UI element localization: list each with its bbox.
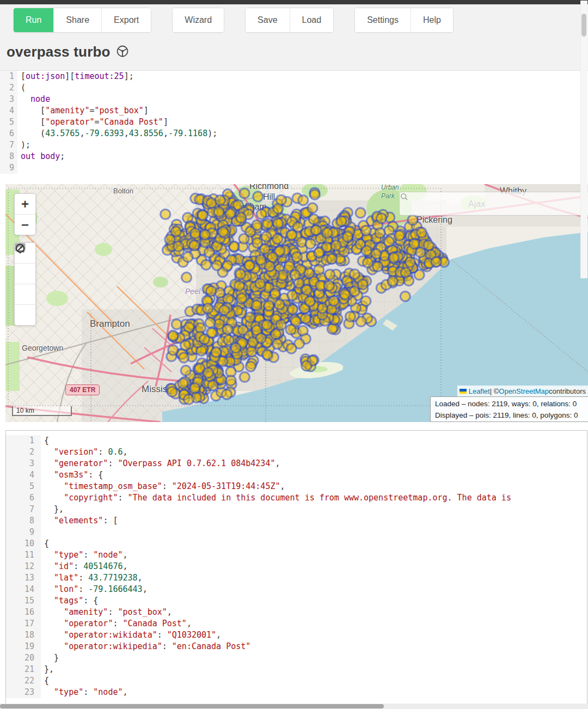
map[interactable]: BoltonRichmond HillMarkhamWhitbyAjaxPick… xyxy=(5,184,588,422)
poi-marker[interactable] xyxy=(274,300,284,309)
poi-marker[interactable] xyxy=(219,305,229,315)
poi-marker[interactable] xyxy=(233,200,243,210)
poi-marker[interactable] xyxy=(208,381,218,390)
poi-marker[interactable] xyxy=(272,339,282,349)
poi-marker[interactable] xyxy=(362,246,371,255)
poi-marker[interactable] xyxy=(245,313,255,322)
poi-marker[interactable] xyxy=(184,395,194,405)
poi-marker[interactable] xyxy=(181,340,191,350)
query-editor[interactable]: 1[out:json][timeout:25];2(3 node4 ["amen… xyxy=(0,71,588,181)
poi-marker[interactable] xyxy=(174,241,183,251)
poi-marker[interactable] xyxy=(203,368,213,378)
poi-marker[interactable] xyxy=(198,210,207,220)
poi-marker[interactable] xyxy=(286,325,296,334)
poi-marker[interactable] xyxy=(305,297,315,307)
map-search-input[interactable] xyxy=(399,192,588,216)
poi-marker[interactable] xyxy=(286,344,296,353)
poi-marker[interactable] xyxy=(263,219,273,229)
poi-marker[interactable] xyxy=(262,350,272,359)
poi-marker[interactable] xyxy=(261,231,271,241)
poi-marker[interactable] xyxy=(309,215,318,224)
poi-marker[interactable] xyxy=(400,291,410,301)
poi-marker[interactable] xyxy=(211,347,221,357)
poi-marker[interactable] xyxy=(218,227,228,237)
zoom-out-button[interactable]: − xyxy=(15,215,35,235)
clear-results-button[interactable] xyxy=(15,305,35,325)
poi-marker[interactable] xyxy=(256,209,266,219)
poi-marker[interactable] xyxy=(302,361,311,371)
poi-marker[interactable] xyxy=(415,247,425,257)
poi-marker[interactable] xyxy=(388,276,397,286)
poi-marker[interactable] xyxy=(375,228,385,238)
poi-marker[interactable] xyxy=(424,241,433,250)
poi-marker[interactable] xyxy=(395,231,405,241)
poi-marker[interactable] xyxy=(201,260,211,270)
load-button[interactable]: Load xyxy=(290,8,334,32)
poi-marker[interactable] xyxy=(276,195,286,205)
poi-marker[interactable] xyxy=(212,260,222,270)
poi-marker[interactable] xyxy=(377,213,387,223)
poi-marker[interactable] xyxy=(308,203,317,213)
poi-marker[interactable] xyxy=(231,343,241,353)
poi-marker[interactable] xyxy=(270,289,280,298)
poi-marker[interactable] xyxy=(302,285,312,295)
output-panel[interactable]: 1{2 "version": 0.6,3 "generator": "Overp… xyxy=(5,430,587,709)
poi-marker[interactable] xyxy=(190,383,200,393)
horizontal-scrollbar-thumb[interactable] xyxy=(0,704,384,708)
poi-marker[interactable] xyxy=(171,320,181,329)
poi-marker[interactable] xyxy=(363,258,373,267)
poi-marker[interactable] xyxy=(255,279,265,289)
poi-marker[interactable] xyxy=(168,331,178,340)
poi-marker[interactable] xyxy=(371,249,381,259)
poi-marker[interactable] xyxy=(314,248,324,258)
poi-marker[interactable] xyxy=(340,290,350,300)
poi-marker[interactable] xyxy=(322,228,332,238)
poi-marker[interactable] xyxy=(373,262,383,272)
save-button[interactable]: Save xyxy=(246,8,290,32)
output-scrollbar-thumb[interactable] xyxy=(581,14,586,36)
help-button[interactable]: Help xyxy=(411,8,453,32)
poi-marker[interactable] xyxy=(253,192,263,201)
poi-marker[interactable] xyxy=(199,334,209,344)
poi-marker[interactable] xyxy=(301,314,311,323)
poi-marker[interactable] xyxy=(179,353,189,363)
poi-marker[interactable] xyxy=(225,209,235,218)
run-button[interactable]: Run xyxy=(14,8,54,32)
poi-marker[interactable] xyxy=(342,232,352,242)
poi-marker[interactable] xyxy=(350,270,359,279)
poi-marker[interactable] xyxy=(246,362,256,371)
zoom-in-button[interactable]: + xyxy=(15,194,35,215)
poi-marker[interactable] xyxy=(431,257,441,267)
poi-marker[interactable] xyxy=(405,257,415,267)
poi-marker[interactable] xyxy=(288,305,298,315)
poi-marker[interactable] xyxy=(317,303,327,313)
poi-marker[interactable] xyxy=(276,320,286,330)
wizard-button[interactable]: Wizard xyxy=(173,8,224,32)
poi-marker[interactable] xyxy=(206,286,216,296)
poi-marker[interactable] xyxy=(384,237,394,247)
poi-marker[interactable] xyxy=(361,225,371,235)
share-button[interactable]: Share xyxy=(54,8,102,32)
poi-marker[interactable] xyxy=(200,230,210,240)
poi-marker[interactable] xyxy=(247,347,256,357)
poi-marker[interactable] xyxy=(264,301,274,310)
poi-marker[interactable] xyxy=(346,311,356,321)
poi-marker[interactable] xyxy=(181,365,191,375)
export-image-button[interactable] xyxy=(15,284,35,305)
leaflet-link[interactable]: Leaflet xyxy=(469,387,490,395)
poi-marker[interactable] xyxy=(287,290,297,300)
poi-marker[interactable] xyxy=(329,296,339,306)
poi-marker[interactable] xyxy=(252,301,261,310)
poi-marker[interactable] xyxy=(273,218,283,228)
poi-marker[interactable] xyxy=(327,324,337,334)
poi-marker[interactable] xyxy=(358,279,367,289)
poi-marker[interactable] xyxy=(182,272,192,282)
poi-marker[interactable] xyxy=(314,265,324,274)
poi-marker[interactable] xyxy=(205,317,215,327)
poi-marker[interactable] xyxy=(327,254,337,264)
poi-marker[interactable] xyxy=(287,230,297,240)
poi-marker[interactable] xyxy=(222,389,232,399)
poi-marker[interactable] xyxy=(165,235,175,245)
poi-marker[interactable] xyxy=(311,225,321,235)
poi-marker[interactable] xyxy=(417,228,427,237)
